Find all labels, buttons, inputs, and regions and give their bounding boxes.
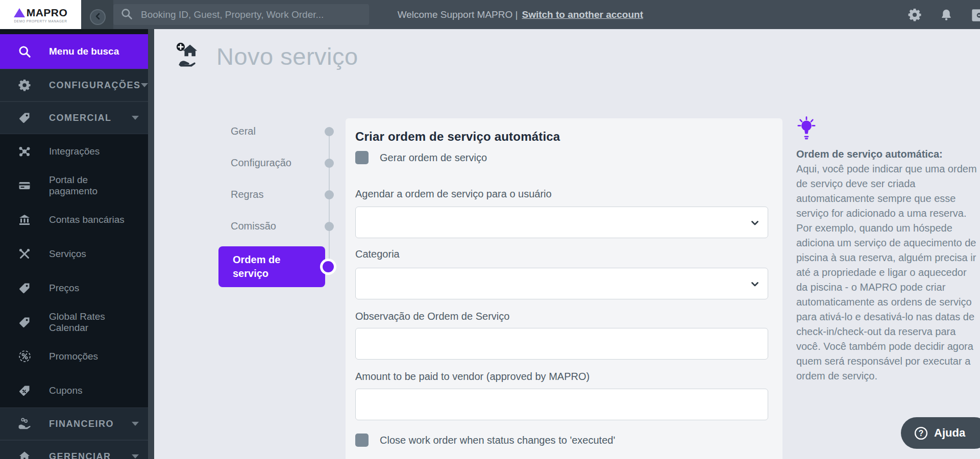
- coupon-icon: [0, 385, 49, 397]
- vendor-amount-input[interactable]: [355, 389, 768, 420]
- vendor-amount-label: Amount to be paid to vendor (approved by…: [355, 370, 768, 382]
- work-order-note-input[interactable]: [355, 328, 768, 360]
- tag-icon: [0, 282, 49, 294]
- main-content: Novo serviço Geral Configuração Regras C…: [154, 29, 980, 459]
- chevron-down-icon: [750, 279, 760, 291]
- house-icon: [0, 450, 49, 459]
- step-dot[interactable]: [325, 190, 334, 199]
- gear-icon: [0, 79, 49, 91]
- sidebar-item-promocoes[interactable]: Promoções: [0, 339, 148, 373]
- step-comissao[interactable]: Comissão: [231, 220, 276, 232]
- gear-icon[interactable]: [908, 8, 921, 23]
- sidebar-item-financeiro[interactable]: FINANCEIRO: [0, 407, 148, 440]
- sidebar-item-comercial[interactable]: COMERCIAL: [0, 101, 148, 134]
- sidebar-item-precos[interactable]: Preços: [0, 271, 148, 305]
- bank-icon: [0, 214, 49, 226]
- help-button[interactable]: Ajuda: [901, 417, 980, 449]
- tag-icon: [0, 316, 49, 328]
- switch-account-link[interactable]: Switch to another account: [522, 9, 643, 20]
- chevron-down-icon: [132, 422, 139, 426]
- tag-icon: [0, 112, 49, 124]
- generate-work-order-checkbox[interactable]: [355, 151, 369, 164]
- sidebar-collapse-button[interactable]: [90, 9, 106, 25]
- work-order-form-panel: Criar ordem de serviço automática Gerar …: [346, 118, 782, 459]
- help-heading: Ordem de serviço automática:: [796, 147, 980, 162]
- sidebar-nav: Menu de busca CONFIGURAÇÕES COMERCIAL In…: [0, 29, 148, 459]
- chevron-down-icon: [132, 116, 139, 120]
- sign-out-icon[interactable]: [971, 8, 980, 24]
- integrations-hub-icon: [0, 145, 49, 158]
- step-dot[interactable]: [325, 222, 334, 231]
- step-dot-active[interactable]: [323, 261, 334, 272]
- form-heading: Criar ordem de serviço automática: [355, 130, 768, 144]
- notifications-bell-icon[interactable]: [940, 8, 953, 23]
- assign-user-select[interactable]: [355, 207, 768, 238]
- app-logo[interactable]: MAPRO DEMO PROPERTY MANAGER: [0, 0, 81, 29]
- sidebar-shadow-strip: [148, 29, 154, 459]
- welcome-text: Welcome Support MAPRO |: [398, 9, 518, 20]
- sidebar-item-contas-bancarias[interactable]: Contas bancárias: [0, 202, 148, 237]
- global-search: [113, 4, 369, 25]
- sidebar-item-cupons[interactable]: Cupons: [0, 373, 148, 407]
- help-body-text: Aqui, você pode indicar que uma ordem de…: [796, 162, 980, 384]
- credit-card-icon: [0, 180, 49, 192]
- step-dot[interactable]: [325, 159, 334, 168]
- chevron-down-icon: [750, 218, 760, 230]
- hand-coins-icon: [0, 417, 49, 430]
- chevron-left-icon: [94, 12, 102, 22]
- sidebar-item-configuracoes[interactable]: CONFIGURAÇÕES: [0, 69, 148, 101]
- chevron-down-icon: [132, 454, 139, 458]
- crossed-tools-icon: [0, 248, 49, 260]
- sidebar-item-portal-de-pagamento[interactable]: Portal de pagamento: [0, 168, 148, 202]
- sidebar-item-integracoes[interactable]: Integrações: [0, 134, 148, 168]
- page-title: Novo serviço: [216, 42, 358, 70]
- search-icon: [120, 8, 133, 22]
- close-work-order-label: Close work order when status changes to …: [380, 435, 615, 446]
- logo-brand-text: MAPRO: [27, 7, 68, 19]
- sidebar-item-menu-de-busca[interactable]: Menu de busca: [0, 34, 148, 69]
- close-work-order-checkbox[interactable]: [355, 434, 369, 447]
- sidebar-item-gerenciar[interactable]: GERENCIAR: [0, 440, 148, 459]
- chevron-down-icon: [141, 83, 148, 87]
- search-icon: [0, 45, 49, 58]
- category-label: Categoria: [355, 248, 768, 260]
- assign-user-label: Agendar a ordem de serviço para o usuári…: [355, 188, 768, 200]
- step-regras[interactable]: Regras: [231, 189, 263, 200]
- new-service-icon: [174, 40, 203, 72]
- work-order-note-label: Observação de Ordem de Serviço: [355, 310, 768, 322]
- percent-circle-icon: [0, 350, 49, 363]
- question-circle-icon: [914, 426, 928, 440]
- step-geral[interactable]: Geral: [231, 125, 256, 137]
- global-search-input[interactable]: [141, 9, 362, 20]
- help-panel: Ordem de serviço automática: Aqui, você …: [796, 116, 980, 384]
- logo-tagline: DEMO PROPERTY MANAGER: [14, 19, 67, 23]
- lightbulb-icon: [796, 133, 817, 141]
- generate-work-order-label: Gerar ordem de serviço: [380, 152, 487, 164]
- step-configuracao[interactable]: Configuração: [231, 157, 291, 169]
- top-bar: MAPRO DEMO PROPERTY MANAGER Welcome Supp…: [0, 0, 980, 29]
- logo-triangle-icon: [14, 8, 25, 17]
- step-dot[interactable]: [325, 127, 334, 136]
- sidebar-item-servicos[interactable]: Serviços: [0, 237, 148, 271]
- step-ordem-de-servico[interactable]: Ordem de serviço: [218, 246, 325, 287]
- sidebar-item-global-rates-calendar[interactable]: Global Rates Calendar: [0, 305, 148, 339]
- category-select[interactable]: [355, 268, 768, 299]
